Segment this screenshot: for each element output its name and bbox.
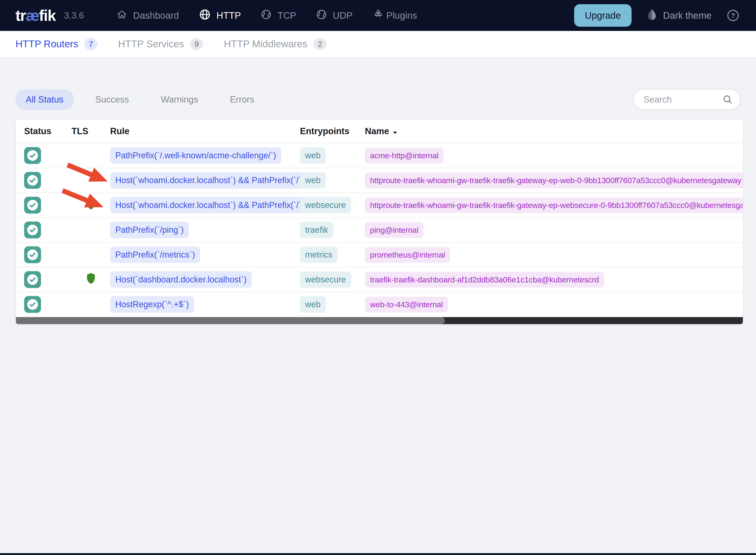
name-pill: acme-http@internal bbox=[365, 148, 444, 164]
column-header-name[interactable]: Name bbox=[365, 126, 743, 136]
entrypoint-pill: web bbox=[300, 296, 326, 313]
table-row[interactable]: PathPrefix(`/ping`) traefik ping@interna… bbox=[16, 217, 743, 242]
dark-theme-toggle[interactable]: Dark theme bbox=[646, 8, 712, 23]
top-navbar: træfik 3.3.6 Dashboard HTTP bbox=[0, 0, 756, 31]
horizontal-scrollbar[interactable] bbox=[16, 317, 743, 324]
navbar-right: Upgrade Dark theme ? bbox=[574, 4, 740, 27]
nav-item-tcp[interactable]: TCP bbox=[251, 9, 306, 22]
name-pill: httproute-traefik-whoami-gw-traefik-trae… bbox=[365, 198, 743, 213]
tab-label: HTTP Services bbox=[118, 38, 184, 50]
filter-success[interactable]: Success bbox=[85, 89, 140, 110]
entrypoint-pill: websecure bbox=[300, 197, 351, 213]
rule-pill: Host(`dashboard.docker.localhost`) bbox=[110, 271, 252, 288]
status-success-icon bbox=[24, 296, 41, 313]
table-row[interactable]: Host(`whoami.docker.localhost`) && PathP… bbox=[16, 193, 743, 217]
filter-warnings[interactable]: Warnings bbox=[151, 89, 208, 110]
entrypoint-pill: web bbox=[300, 147, 326, 164]
nav-item-label: UDP bbox=[333, 10, 353, 21]
tab-count-badge: 9 bbox=[190, 38, 203, 50]
name-pill: prometheus@internal bbox=[365, 247, 450, 263]
dark-theme-label: Dark theme bbox=[663, 10, 712, 21]
table-row[interactable]: Host(`dashboard.docker.localhost`) webse… bbox=[16, 267, 743, 292]
column-header-entrypoints[interactable]: Entrypoints bbox=[300, 126, 365, 136]
rule-pill: PathPrefix(`/.well-known/acme-challenge/… bbox=[110, 147, 281, 164]
rule-pill: Host(`whoami.docker.localhost`) && PathP… bbox=[110, 172, 309, 188]
nav-item-label: Plugins bbox=[387, 10, 417, 21]
column-header-rule[interactable]: Rule bbox=[110, 126, 300, 136]
entrypoint-pill: websecure bbox=[300, 271, 351, 288]
status-success-icon bbox=[24, 147, 41, 164]
globe-icon bbox=[199, 8, 211, 23]
status-filter-row: All Status Success Warnings Errors bbox=[15, 89, 741, 110]
entrypoint-pill: traefik bbox=[300, 222, 333, 238]
status-success-icon bbox=[24, 221, 41, 239]
nav-item-dashboard[interactable]: Dashboard bbox=[107, 9, 189, 22]
nav-item-http[interactable]: HTTP bbox=[189, 8, 251, 23]
entrypoint-pill: metrics bbox=[300, 247, 337, 263]
filter-all-status[interactable]: All Status bbox=[15, 89, 74, 110]
status-success-icon bbox=[24, 246, 41, 263]
name-pill: traefik-traefik-dashboard-af1d2ddb83a06e… bbox=[365, 272, 604, 288]
tab-label: HTTP Routers bbox=[15, 38, 78, 50]
table-row[interactable]: HostRegexp(`^.+$`) web web-to-443@intern… bbox=[16, 292, 743, 316]
help-icon[interactable]: ? bbox=[726, 9, 740, 22]
sort-caret-icon bbox=[393, 126, 397, 136]
nav-item-label: HTTP bbox=[216, 10, 241, 21]
status-success-icon bbox=[24, 197, 41, 214]
status-success-icon bbox=[24, 172, 41, 189]
section-tabs: HTTP Routers 7 HTTP Services 9 HTTP Midd… bbox=[0, 31, 756, 57]
nav-item-label: TCP bbox=[277, 10, 296, 21]
table-row[interactable]: Host(`whoami.docker.localhost`) && PathP… bbox=[16, 168, 743, 193]
name-pill: ping@internal bbox=[365, 222, 424, 238]
entrypoint-pill: web bbox=[300, 172, 326, 188]
tab-count-badge: 2 bbox=[314, 38, 327, 50]
tls-shield-icon bbox=[85, 198, 97, 213]
tab-http-services[interactable]: HTTP Services 9 bbox=[118, 38, 203, 50]
globe-icon bbox=[261, 9, 272, 22]
rule-pill: PathPrefix(`/ping`) bbox=[110, 222, 189, 238]
rule-pill: HostRegexp(`^.+$`) bbox=[110, 296, 194, 313]
status-success-icon bbox=[24, 271, 41, 288]
contrast-drop-icon bbox=[646, 8, 658, 23]
window-bottom-edge bbox=[0, 553, 756, 555]
cubes-icon bbox=[372, 9, 384, 23]
nav-item-label: Dashboard bbox=[133, 10, 179, 21]
table-row[interactable]: PathPrefix(`/metrics`) metrics prometheu… bbox=[16, 242, 743, 267]
search-icon bbox=[722, 94, 733, 106]
column-header-status[interactable]: Status bbox=[16, 126, 72, 136]
name-pill: web-to-443@internal bbox=[365, 297, 448, 312]
name-pill: httproute-traefik-whoami-gw-traefik-trae… bbox=[365, 173, 743, 188]
table-row[interactable]: PathPrefix(`/.well-known/acme-challenge/… bbox=[16, 143, 743, 168]
tab-label: HTTP Middlewares bbox=[224, 38, 307, 50]
rule-pill: Host(`whoami.docker.localhost`) && PathP… bbox=[110, 197, 309, 213]
routers-table: Status TLS Rule Entrypoints Name bbox=[16, 119, 743, 324]
tab-http-routers[interactable]: HTTP Routers 7 bbox=[15, 38, 97, 50]
traefik-logo[interactable]: træfik bbox=[15, 7, 55, 24]
version-label: 3.3.6 bbox=[64, 10, 84, 20]
filter-errors[interactable]: Errors bbox=[220, 89, 264, 110]
scrollbar-thumb[interactable] bbox=[16, 317, 445, 324]
table-header-row: Status TLS Rule Entrypoints Name bbox=[16, 119, 743, 143]
home-icon bbox=[116, 9, 127, 22]
tab-count-badge: 7 bbox=[84, 38, 97, 50]
globe-icon bbox=[316, 9, 327, 22]
rule-pill: PathPrefix(`/metrics`) bbox=[110, 247, 200, 263]
nav-item-plugins[interactable]: Plugins bbox=[362, 9, 427, 23]
table-body: PathPrefix(`/.well-known/acme-challenge/… bbox=[16, 143, 743, 316]
upgrade-button[interactable]: Upgrade bbox=[574, 4, 632, 27]
column-header-tls[interactable]: TLS bbox=[72, 126, 110, 136]
nav-item-udp[interactable]: UDP bbox=[306, 9, 362, 22]
search-box bbox=[633, 89, 741, 110]
tab-http-middlewares[interactable]: HTTP Middlewares 2 bbox=[224, 38, 326, 50]
svg-text:?: ? bbox=[731, 12, 735, 19]
tls-shield-icon bbox=[85, 272, 97, 287]
main-nav: Dashboard HTTP TCP UDP bbox=[107, 8, 427, 23]
